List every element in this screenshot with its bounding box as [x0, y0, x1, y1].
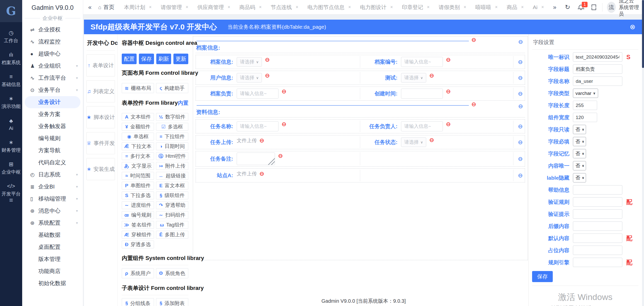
- form-library-item[interactable]: P 单图组件: [122, 182, 154, 189]
- form-library-item[interactable]: § 级联组件: [156, 192, 188, 199]
- sidebar-subitem[interactable]: 代码自定义: [22, 157, 83, 169]
- rail-item[interactable]: ◷ 工作台: [0, 26, 22, 48]
- file-upload-button[interactable]: 文件上传: [237, 170, 257, 177]
- tab[interactable]: 嘻嘻嘻 ×: [475, 4, 498, 11]
- field-length-input[interactable]: [573, 101, 597, 110]
- sidebar-subitem[interactable]: 编号规则: [22, 132, 83, 144]
- form-library-item[interactable]: ☑ 多选框: [156, 123, 188, 131]
- remove-field-icon[interactable]: ⊖: [259, 138, 264, 143]
- save-button[interactable]: 保存: [532, 271, 553, 282]
- close-tab-icon[interactable]: ×: [464, 5, 466, 10]
- fullscreen-icon[interactable]: [592, 5, 596, 10]
- sidebar-item[interactable]: ● 超级中心: [22, 48, 83, 60]
- user-info-select[interactable]: 请选择 ∨: [237, 73, 262, 83]
- notification-bell-icon[interactable]: 1: [578, 4, 583, 10]
- devcenter-card[interactable]: ↑ 表单设计: [86, 54, 115, 76]
- configure-tag[interactable]: 配: [626, 258, 632, 266]
- configure-tag[interactable]: 配: [626, 234, 632, 242]
- system-library-item[interactable]: Θ 系统角色: [156, 268, 188, 278]
- configure-tag[interactable]: 配: [626, 198, 632, 206]
- archive-owner-input[interactable]: [237, 89, 279, 99]
- tab-home[interactable]: ⌂ 首页: [98, 4, 114, 11]
- system-library-item[interactable]: ρ 系统用户: [122, 268, 154, 278]
- sidebar-item[interactable]: ≣ 企业BI ▾: [22, 181, 83, 193]
- unique-id-input[interactable]: [573, 52, 622, 62]
- remove-field-icon[interactable]: ⊖: [265, 73, 270, 79]
- sidebar-subitem[interactable]: 桌面配置: [22, 241, 83, 253]
- placeholder-content-input[interactable]: [573, 246, 622, 255]
- remove-row-icon[interactable]: ⊖: [518, 75, 525, 81]
- devcenter-card[interactable]: ∗ 安装生成: [86, 158, 115, 180]
- sidebar-subitem[interactable]: 版本管理: [22, 253, 83, 265]
- component-width-input[interactable]: [573, 113, 597, 122]
- tab[interactable]: 电力图设计 ×: [360, 4, 393, 11]
- sidebar-item[interactable]: ▯ 移动端管理 ▾: [22, 193, 83, 205]
- form-library-item[interactable]: ≫ 签名组件: [122, 221, 154, 229]
- more-tabs-icon[interactable]: »: [553, 4, 556, 11]
- action-button[interactable]: 保存: [139, 54, 154, 64]
- field-name-input[interactable]: [573, 76, 622, 86]
- remove-field-icon[interactable]: ⊖: [282, 121, 286, 127]
- remove-field-icon[interactable]: ⊖: [278, 153, 283, 159]
- remove-field-icon[interactable]: ⊖: [471, 101, 476, 107]
- create-time-input[interactable]: [401, 89, 443, 99]
- unique-content-select[interactable]: 否 ∨: [573, 161, 586, 170]
- layout-library-item[interactable]: ς 构建助手: [156, 83, 188, 93]
- tab[interactable]: 节点连线 ×: [271, 4, 298, 11]
- remove-field-icon[interactable]: ⊖: [429, 73, 434, 79]
- remove-field-icon[interactable]: ⊖: [429, 137, 434, 143]
- sidebar-subitem[interactable]: 业务触发器: [22, 120, 83, 132]
- remove-field-icon[interactable]: ⊖: [446, 121, 451, 127]
- rail-item[interactable]: ⊞ 企业中枢: [0, 158, 22, 179]
- rail-item[interactable]: ılı 档案系统: [0, 48, 22, 70]
- validate-rule-input[interactable]: [573, 197, 622, 207]
- close-tab-icon[interactable]: ×: [296, 5, 298, 10]
- remove-field-icon[interactable]: ⊖: [265, 57, 270, 63]
- form-library-item[interactable]: ≈ 时间范围: [122, 172, 154, 180]
- close-tab-icon[interactable]: ×: [427, 5, 430, 10]
- tab[interactable]: 商品 ×: [507, 4, 524, 11]
- sidebar-subitem[interactable]: 业务方案: [22, 108, 83, 120]
- built-in-tag[interactable]: 内置: [178, 99, 188, 106]
- form-library-item[interactable]: ω Tag组件: [156, 221, 188, 229]
- test-select[interactable]: 请选择 ∨: [401, 73, 426, 83]
- form-library-item[interactable]: = 多行文本: [122, 152, 154, 160]
- tab[interactable]: 本周计划 ×: [124, 4, 152, 11]
- tab[interactable]: 请假管理 ×: [161, 4, 189, 11]
- label-hidden-select[interactable]: 否 ∨: [573, 173, 586, 182]
- tab[interactable]: 请假类别 ×: [439, 4, 466, 11]
- form-library-item[interactable]: Æ 穿梭组件: [122, 231, 154, 239]
- remove-field-icon[interactable]: ⊖: [446, 89, 451, 94]
- readonly-select[interactable]: 否 ∨: [573, 125, 586, 134]
- field-type-select[interactable]: varchar ∨: [573, 89, 598, 98]
- form-library-item[interactable]: ¥ 金额组件: [122, 123, 154, 131]
- suffix-input[interactable]: [573, 221, 622, 231]
- app-logo[interactable]: G: [0, 0, 22, 22]
- action-button[interactable]: 更新: [173, 54, 188, 64]
- sidebar-item[interactable]: ⊛ 消息中心 ▾: [22, 205, 83, 217]
- collapse-tabs-icon[interactable]: «: [88, 4, 91, 11]
- remove-row-icon[interactable]: ⊖: [518, 156, 525, 162]
- collapse-menu-icon[interactable]: ≡: [0, 196, 22, 204]
- field-title-input[interactable]: [573, 64, 622, 74]
- action-button[interactable]: 刷新: [156, 54, 171, 64]
- sidebar-item[interactable]: ∿ 流程监控: [22, 36, 83, 48]
- default-content-input[interactable]: [573, 234, 622, 243]
- remove-row-icon[interactable]: ⊖: [518, 39, 523, 45]
- sidebar-item[interactable]: ⊛ 系统配置 ▾: [22, 217, 83, 229]
- rail-item[interactable]: ≡ 基础信息: [0, 70, 22, 92]
- sidebar-item[interactable]: ∿ 工作流平台 ▾: [22, 72, 83, 84]
- close-tab-icon[interactable]: ×: [149, 5, 152, 10]
- sidebar-subitem[interactable]: 功能商店: [22, 265, 83, 277]
- refresh-icon[interactable]: ↻: [565, 4, 570, 11]
- close-tab-icon[interactable]: ×: [521, 5, 524, 10]
- form-library-item[interactable]: ∼ 进度组件: [122, 201, 154, 209]
- form-design-canvas[interactable]: ⊖ ⊖ 档案信息: 档案信息: 请选择 ∨ ⊖: [193, 36, 528, 260]
- validate-tip-input[interactable]: [573, 209, 622, 219]
- close-tab-icon[interactable]: ×: [495, 5, 498, 10]
- tab[interactable]: Ai ×: [533, 4, 544, 10]
- file-upload-button[interactable]: 文件上传: [237, 137, 257, 144]
- sidebar-item[interactable]: ⊙ 业务平台 ▾: [22, 84, 83, 96]
- close-tab-icon[interactable]: ×: [228, 5, 230, 10]
- user-info[interactable]: 流之云 系统管理员: [619, 0, 639, 17]
